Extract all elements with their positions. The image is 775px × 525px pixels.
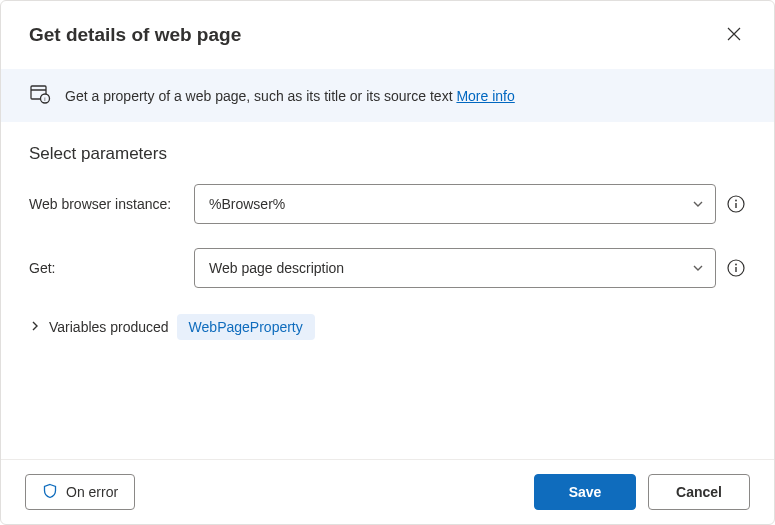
browser-instance-value: %Browser%: [209, 196, 285, 212]
on-error-label: On error: [66, 484, 118, 500]
shield-icon: [42, 483, 58, 502]
web-page-icon: i: [29, 83, 51, 108]
svg-point-5: [735, 200, 737, 202]
close-button[interactable]: [718, 19, 750, 51]
section-title: Select parameters: [29, 144, 746, 164]
variables-expander[interactable]: Variables produced: [29, 319, 169, 335]
chevron-down-icon: [691, 261, 705, 275]
close-icon: [727, 27, 741, 44]
variables-label: Variables produced: [49, 319, 169, 335]
chevron-down-icon: [691, 197, 705, 211]
info-icon: [727, 195, 745, 213]
get-property-select[interactable]: Web page description: [194, 248, 716, 288]
field-browser-label: Web browser instance:: [29, 196, 184, 212]
on-error-button[interactable]: On error: [25, 474, 135, 510]
variables-row: Variables produced WebPageProperty: [29, 312, 746, 340]
info-banner: i Get a property of a web page, such as …: [1, 69, 774, 122]
banner-text-wrap: Get a property of a web page, such as it…: [65, 88, 515, 104]
banner-text: Get a property of a web page, such as it…: [65, 88, 453, 104]
info-icon: [727, 259, 745, 277]
svg-text:i: i: [44, 96, 45, 102]
footer-actions: Save Cancel: [534, 474, 750, 510]
field-browser-row: Web browser instance: %Browser%: [29, 184, 746, 224]
dialog-footer: On error Save Cancel: [1, 459, 774, 524]
browser-info-button[interactable]: [726, 194, 746, 214]
variable-badge[interactable]: WebPageProperty: [177, 314, 315, 340]
svg-point-8: [735, 264, 737, 266]
get-info-button[interactable]: [726, 258, 746, 278]
cancel-button[interactable]: Cancel: [648, 474, 750, 510]
get-property-value: Web page description: [209, 260, 344, 276]
dialog-content: Select parameters Web browser instance: …: [1, 122, 774, 459]
dialog: Get details of web page i Get a property…: [0, 0, 775, 525]
more-info-link[interactable]: More info: [456, 88, 514, 104]
dialog-title: Get details of web page: [29, 24, 241, 46]
dialog-header: Get details of web page: [1, 1, 774, 69]
browser-instance-select[interactable]: %Browser%: [194, 184, 716, 224]
chevron-right-icon: [29, 319, 41, 335]
field-get-row: Get: Web page description: [29, 248, 746, 288]
field-get-label: Get:: [29, 260, 184, 276]
save-button[interactable]: Save: [534, 474, 636, 510]
